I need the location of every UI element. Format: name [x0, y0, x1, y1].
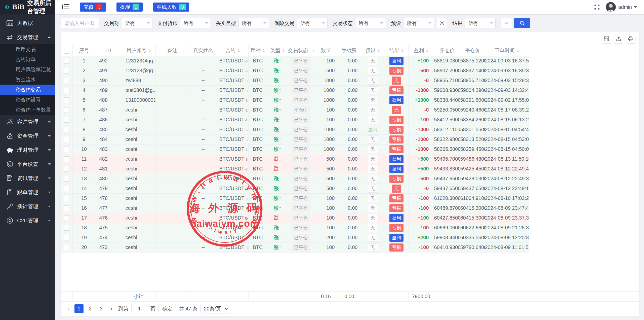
- row-checkbox[interactable]: [64, 215, 69, 221]
- sidebar-item-c2c-management[interactable]: C2C管理: [0, 214, 55, 228]
- admin-username[interactable]: admin: [618, 4, 632, 10]
- export-button[interactable]: [614, 34, 623, 44]
- sort-carets-icon[interactable]: [313, 49, 314, 52]
- sort-carets-icon[interactable]: [262, 49, 265, 52]
- sort-carets-icon[interactable]: [148, 49, 151, 52]
- column-header-result[interactable]: 结果: [385, 45, 408, 56]
- page-button-2[interactable]: 2: [86, 304, 95, 313]
- profit-value: -500: [419, 68, 429, 73]
- select-all-checkbox[interactable]: [64, 48, 69, 54]
- row-checkbox[interactable]: [64, 107, 69, 113]
- sidebar-item-second-contract-settings[interactable]: 秒合约设置: [0, 95, 55, 105]
- column-header-preset[interactable]: 预设: [361, 45, 385, 56]
- cell-coin: BTC: [248, 164, 267, 174]
- status-badge: 已平仓: [292, 234, 310, 242]
- cell-account: 123123@qq...: [122, 56, 155, 66]
- buy-sell-type-select[interactable]: 所有: [238, 18, 269, 28]
- sidebar-item-news-management[interactable]: 资讯管理: [0, 171, 55, 185]
- cell-real_name: --: [189, 134, 217, 144]
- cell-amount: 500: [314, 154, 338, 164]
- prev-page-icon[interactable]: ‹: [65, 305, 72, 313]
- sort-carets-icon[interactable]: [426, 49, 428, 52]
- row-checkbox[interactable]: [64, 245, 69, 250]
- row-checkbox[interactable]: [64, 58, 69, 64]
- collapse-sidebar-icon[interactable]: [62, 4, 69, 10]
- sort-carets-icon[interactable]: [377, 49, 380, 52]
- row-checkbox[interactable]: [64, 78, 69, 83]
- result-select[interactable]: 所有: [465, 18, 496, 28]
- user-id-input[interactable]: [61, 18, 99, 28]
- row-checkbox[interactable]: [64, 225, 69, 231]
- row-checkbox[interactable]: [64, 166, 69, 172]
- pay-currency-select[interactable]: 所有: [180, 18, 211, 28]
- avatar[interactable]: [606, 2, 616, 12]
- columns-grid-button[interactable]: [602, 34, 611, 44]
- row-checkbox[interactable]: [64, 147, 69, 152]
- online-users-button[interactable]: 在线人数 0: [153, 3, 189, 12]
- fullscreen-icon[interactable]: [594, 4, 600, 10]
- cell-amount: 500: [314, 174, 338, 184]
- sort-carets-icon[interactable]: [516, 49, 519, 52]
- sort-carets-icon[interactable]: [237, 49, 240, 52]
- insurance-trade-select[interactable]: 所有: [297, 18, 328, 28]
- goto-page-input[interactable]: [131, 304, 147, 313]
- print-button[interactable]: [626, 34, 635, 44]
- cell-real_name: --: [189, 85, 217, 95]
- subtotal-cell-status: [288, 292, 314, 302]
- row-checkbox[interactable]: [64, 235, 69, 240]
- withdraw-button[interactable]: 提现 1: [116, 3, 142, 12]
- column-header-profit[interactable]: 盈利: [408, 45, 434, 56]
- column-header-time[interactable]: 下单时间: [485, 45, 529, 56]
- row-checkbox[interactable]: [64, 205, 69, 211]
- sidebar-item-customer-management[interactable]: 客户管理: [0, 115, 55, 129]
- sidebar-item-second-contract-order-qty[interactable]: 秒合约下单数量: [0, 105, 55, 115]
- preset-gear-button[interactable]: [437, 18, 447, 28]
- sidebar-item-second-contract-trade[interactable]: 秒合约交易: [0, 85, 55, 95]
- sidebar-item-pin-management[interactable]: 插针管理: [0, 199, 55, 214]
- row-checkbox[interactable]: [64, 117, 69, 123]
- trade-pair-select[interactable]: 所有: [122, 18, 152, 28]
- column-header-type[interactable]: 类型: [267, 45, 288, 56]
- sidebar-item-user-risk-summary[interactable]: 用户风险率汇总: [0, 64, 55, 75]
- sidebar-item-wealth-management[interactable]: 理财管理: [0, 143, 55, 157]
- cell-id: 477: [96, 203, 122, 213]
- user-menu-caret-icon[interactable]: [634, 6, 637, 9]
- column-header-account[interactable]: 用户账号: [122, 45, 155, 56]
- expand-filters-button[interactable]: [501, 18, 512, 28]
- row-checkbox[interactable]: [64, 176, 69, 182]
- column-header-contract[interactable]: 合约: [217, 45, 248, 56]
- recharge-button[interactable]: 充值 3: [80, 3, 106, 12]
- goto-confirm-button[interactable]: 确定: [158, 304, 176, 313]
- sidebar-item-big-data[interactable]: 大数据: [0, 16, 55, 30]
- sort-carets-icon[interactable]: [401, 49, 404, 52]
- column-header-coin[interactable]: 币种: [248, 45, 267, 56]
- row-checkbox[interactable]: [64, 127, 69, 132]
- search-button[interactable]: [514, 18, 530, 28]
- withdraw-badge: 1: [133, 4, 139, 10]
- cell-time: 2024-08-09 12:25:31: [485, 233, 529, 242]
- row-checkbox[interactable]: [64, 186, 69, 191]
- sidebar-item-contract-orders[interactable]: 合约订单: [0, 54, 55, 64]
- row-checkbox[interactable]: [64, 97, 69, 103]
- row-checkbox[interactable]: [64, 68, 69, 74]
- row-checkbox[interactable]: [64, 196, 69, 201]
- preset-select[interactable]: 所有: [404, 18, 434, 28]
- pin-icon: [6, 203, 14, 210]
- sidebar-item-fund-flow[interactable]: 资金流水: [0, 75, 55, 85]
- trade-status-select[interactable]: 所有: [355, 18, 386, 28]
- row-checkbox[interactable]: [64, 156, 69, 162]
- sidebar-item-coin-trade[interactable]: 币币交易: [0, 44, 55, 54]
- next-page-icon[interactable]: ›: [108, 305, 115, 313]
- sidebar-item-copy-trade-management[interactable]: 跟单管理: [0, 185, 55, 199]
- page-button-1[interactable]: 1: [74, 304, 84, 313]
- sidebar-item-fund-management[interactable]: 资金管理: [0, 129, 55, 143]
- row-checkbox[interactable]: [64, 88, 69, 93]
- sidebar-item-platform-settings[interactable]: 平台设置: [0, 157, 55, 171]
- sort-carets-icon[interactable]: [282, 49, 285, 52]
- column-header-status[interactable]: 交易状态..: [288, 45, 314, 56]
- page-button-3[interactable]: 3: [97, 304, 106, 313]
- cell-open_price: 58956.7100: [434, 76, 460, 85]
- row-checkbox[interactable]: [64, 137, 69, 142]
- sidebar-item-trade-management[interactable]: 交易管理: [0, 30, 55, 44]
- page-size-select[interactable]: 20条/页: [200, 304, 231, 313]
